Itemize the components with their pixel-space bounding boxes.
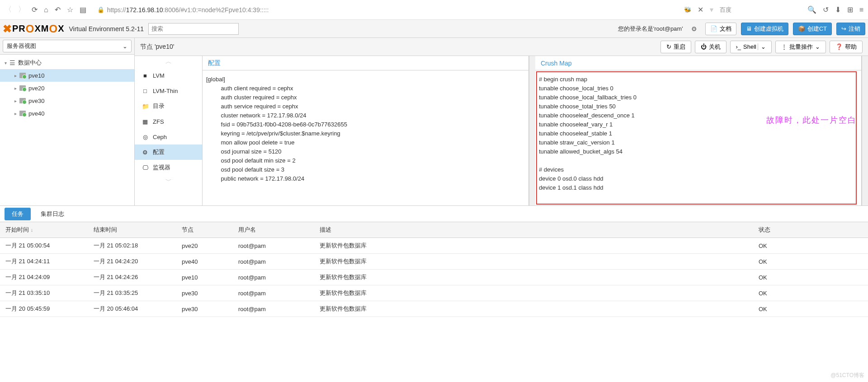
url-bar[interactable]: 🔒 https://172.16.98.10:8006/#v1:0:=node%… [93,6,678,14]
content-panel: 节点 'pve10' ↻ 重启 ⏻ 关机 ›_ Shell⌄ ⋮ 批量操作 ⌄ … [135,38,868,205]
col-user[interactable]: 用户名 [233,222,314,238]
search-input[interactable] [148,23,239,35]
col-node[interactable]: 节点 [176,222,233,238]
sync-icon[interactable]: ↺ [823,5,829,14]
caret-icon: ▾ [5,61,7,65]
subnav-ZFS[interactable]: ▦ZFS [135,114,202,129]
table-row[interactable]: 一月 21 05:00:54一月 21 05:02:18pve20root@pa… [0,238,868,254]
bee-icon[interactable]: 🐝 [684,6,691,13]
shell-button[interactable]: ›_ Shell⌄ [730,41,772,53]
scrollbar[interactable] [862,56,868,205]
leaf-icon[interactable]: ✕ [698,5,703,14]
docs-button[interactable]: 📄 文档 [705,23,736,35]
dropdown-icon[interactable]: ▾ [710,5,713,14]
nav-label: ZFS [153,118,164,125]
logo-x-icon: ✖ [3,23,12,35]
nav-icon: 🖵 [142,164,148,171]
node-label: pve40 [28,110,44,117]
tasks-panel: 任务 集群日志 开始时间 ↓ 结束时间 节点 用户名 描述 状态 一月 21 0… [0,206,868,317]
search-icon[interactable]: 🔍 [807,5,816,14]
chevron-down-icon: ⌄ [758,43,766,50]
nav-icon: ⚙ [142,149,148,156]
table-row[interactable]: 一月 21 04:24:09一月 21 04:24:26pve10root@pa… [0,270,868,285]
task-tabs: 任务 集群日志 [0,206,868,222]
config-text: [global] auth client required = cephx au… [203,70,528,205]
home-icon[interactable]: ⌂ [44,6,48,14]
server-icon [19,73,26,78]
reload-icon[interactable]: ⟳ [32,5,38,14]
nav-label: Ceph [153,134,167,140]
nav-icon: □ [142,88,148,94]
table-row[interactable]: 一月 20 05:45:59一月 20 05:46:04pve30root@pa… [0,301,868,317]
subnav: ︿ ■LVM□LVM-Thin📁目录▦ZFS◎Ceph⚙配置🖵监视器 ﹀ [135,56,203,205]
sort-down-icon: ↓ [31,227,33,233]
crush-text: # begin crush map tunable choose_local_t… [535,70,861,205]
view-selector[interactable]: 服务器视图⌄ [3,40,132,52]
content-header: 节点 'pve10' ↻ 重启 ⏻ 关机 ›_ Shell⌄ ⋮ 批量操作 ⌄ … [135,38,868,56]
nav-label: LVM-Thin [153,88,178,94]
node-label: pve20 [28,85,44,92]
subnav-配置[interactable]: ⚙配置 [135,144,202,160]
col-desc[interactable]: 描述 [314,222,753,238]
table-header-row: 开始时间 ↓ 结束时间 节点 用户名 描述 状态 [0,222,868,238]
subnav-LVM-Thin[interactable]: □LVM-Thin [135,83,202,98]
browser-toolbar: 〈 〉 ⟳ ⌂ ↶ ☆ ▤ 🔒 https://172.16.98.10:800… [0,0,868,20]
tree-node-pve20[interactable]: ▸pve20 [0,82,134,94]
lock-icon: 🔒 [97,6,104,13]
back-icon[interactable]: 〈 [5,5,12,14]
main-area: 服务器视图⌄ ▾ ☰ 数据中心 ▸pve10▸pve20▸pve30▸pve40… [0,38,868,206]
caret-icon: ▸ [14,111,17,116]
create-vm-button[interactable]: 🖥 创建虚拟机 [741,23,788,35]
caret-icon: ▸ [14,86,17,91]
tree-root[interactable]: ▾ ☰ 数据中心 [0,56,134,69]
reader-icon[interactable]: ▤ [80,5,86,14]
chevron-down-icon: ⌄ [123,43,127,50]
tab-tasks[interactable]: 任务 [5,208,31,220]
help-button[interactable]: ❓ 帮助 [830,41,863,53]
tree-node-pve10[interactable]: ▸pve10 [0,69,134,82]
datacenter-icon: ☰ [9,59,15,66]
restart-button[interactable]: ↻ 重启 [660,41,691,53]
download-icon[interactable]: ⬇ [835,5,841,14]
config-title: 配置 [203,56,528,70]
table-row[interactable]: 一月 21 04:24:11一月 21 04:24:20pve40root@pa… [0,254,868,270]
col-end[interactable]: 结束时间 [88,222,176,238]
search-engine-label[interactable]: 百度 [720,6,731,14]
scroll-down-icon[interactable]: ﹀ [135,175,202,187]
subnav-监视器[interactable]: 🖵监视器 [135,160,202,175]
subnav-目录[interactable]: 📁目录 [135,98,202,114]
table-row[interactable]: 一月 21 03:35:10一月 21 03:35:25pve30root@pa… [0,285,868,301]
server-icon [19,85,26,91]
create-ct-button[interactable]: 📦 创建CT [793,23,832,35]
tree-node-pve30[interactable]: ▸pve30 [0,94,134,107]
undo-icon[interactable]: ↶ [55,5,61,14]
node-title: 节点 'pve10' [140,43,657,51]
tree-node-pve40[interactable]: ▸pve40 [0,107,134,120]
bulk-button[interactable]: ⋮ 批量操作 ⌄ [775,41,826,53]
task-table: 开始时间 ↓ 结束时间 节点 用户名 描述 状态 一月 21 05:00:54一… [0,222,868,317]
subnav-Ceph[interactable]: ◎Ceph [135,129,202,144]
subnav-LVM[interactable]: ■LVM [135,68,202,83]
logout-button[interactable]: ↪ 注销 [836,23,865,35]
tab-cluster-log[interactable]: 集群日志 [33,208,71,220]
col-start[interactable]: 开始时间 ↓ [0,222,88,238]
login-info: 您的登录名是'root@pam' [618,25,683,33]
col-status[interactable]: 状态 [753,222,857,238]
star-icon[interactable]: ☆ [67,5,73,14]
scroll-up-icon[interactable]: ︿ [135,56,202,68]
menu-icon[interactable]: ≡ [859,6,863,14]
url-text: https://172.16.98.10:8006/#v1:0:=node%2F… [107,6,269,14]
shutdown-button[interactable]: ⏻ 关机 [695,41,726,53]
gear-icon[interactable]: ⚙ [691,25,697,33]
config-panel: 配置 [global] auth client required = cephx… [203,56,529,205]
apps-icon[interactable]: ⊞ [847,5,853,14]
nav-icon: ■ [142,72,148,79]
forward-icon[interactable]: 〉 [18,5,25,14]
node-label: pve10 [28,72,44,79]
col-spacer [857,222,868,238]
tree-body: ▾ ☰ 数据中心 ▸pve10▸pve20▸pve30▸pve40 [0,54,134,205]
caret-icon: ▸ [14,98,17,103]
crush-panel: Crush Map # begin crush map tunable choo… [535,56,862,205]
version-label: Virtual Environment 5.2-11 [69,25,144,33]
scrollbar[interactable] [529,56,535,205]
